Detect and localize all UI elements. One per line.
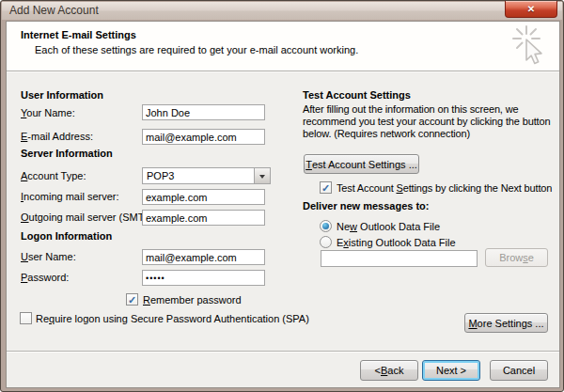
existing-data-file-label: Existing Outlook Data File [337,237,456,248]
email-address-input[interactable] [142,129,265,145]
page-subtitle: Each of these settings are required to g… [35,44,358,55]
new-data-file-label: New Outlook Data File [337,221,440,232]
outgoing-server-label: Outgoing mail server (SMTP): [21,212,158,223]
dropdown-arrow-icon[interactable] [254,168,270,183]
titlebar[interactable]: Add New Account [2,2,562,20]
back-button[interactable]: < Back [360,360,418,381]
dialog-client-area [6,21,560,388]
cancel-button[interactable]: Cancel [490,360,548,381]
test-account-settings-heading: Test Account Settings [303,89,411,101]
spa-label: Require logon using Secure Password Auth… [36,313,309,324]
existing-data-file-radio[interactable] [320,236,332,248]
password-label: Password: [21,272,69,283]
more-settings-button[interactable]: More Settings ... [464,313,548,333]
check-icon: ✓ [128,294,136,306]
new-data-file-radio[interactable] [320,220,332,232]
user-name-label: User Name: [21,251,76,262]
close-button[interactable]: ✕ [505,1,557,18]
page-title: Internet E-mail Settings [21,29,136,40]
outgoing-server-input[interactable] [142,210,265,226]
check-icon: ✓ [321,182,330,194]
user-information-heading: User Information [21,89,103,101]
logon-information-heading: Logon Information [21,230,112,242]
auto-test-checkbox[interactable]: ✓ [320,181,332,194]
add-new-account-dialog: Add New Account ✕ Internet E-mail Settin… [0,0,564,392]
your-name-input[interactable] [142,104,265,120]
user-name-input[interactable] [142,249,265,265]
password-input[interactable] [142,270,265,286]
click-wizard-icon [512,24,550,75]
test-account-settings-button[interactable]: Test Account Settings ... [304,154,419,174]
next-button[interactable]: Next > [422,360,480,381]
remember-password-label: Remember password [143,294,242,306]
footer-divider [7,351,559,352]
account-type-label: Account Type: [21,170,86,181]
your-name-label: Your Name: [21,107,75,118]
remember-password-checkbox[interactable]: ✓ [126,293,138,306]
window-title: Add New Account [9,4,99,17]
data-file-path-input[interactable] [321,250,478,267]
email-address-label: E-mail Address: [21,131,93,142]
test-account-settings-description: After filling out the information on thi… [303,103,562,140]
server-information-heading: Server Information [21,148,113,159]
auto-test-label: Test Account Settings by clicking the Ne… [337,182,552,194]
account-type-value: POP3 [147,170,174,181]
account-type-select[interactable]: POP3 [142,167,271,184]
browse-button[interactable]: Browse [485,248,548,267]
deliver-heading: Deliver new messages to: [303,200,430,212]
close-icon: ✕ [527,4,535,14]
incoming-server-label: Incoming mail server: [21,191,119,202]
spa-checkbox[interactable] [20,312,32,324]
radio-dot-icon [322,223,329,229]
incoming-server-input[interactable] [142,189,265,205]
